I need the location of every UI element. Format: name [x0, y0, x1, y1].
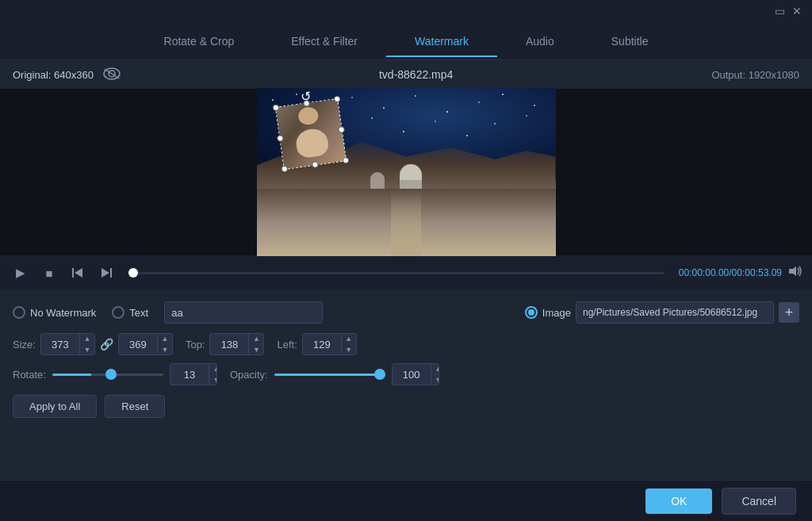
- size-height-spinner[interactable]: ▲ ▼: [118, 333, 173, 355]
- text-watermark-option[interactable]: Text: [112, 306, 148, 319]
- playback-bar: ▶ ■ 00:00:00.00/00:00:53.09: [0, 255, 812, 290]
- size-height-up[interactable]: ▲: [158, 333, 172, 344]
- no-watermark-radio[interactable]: [13, 306, 25, 319]
- add-image-button[interactable]: +: [779, 302, 799, 323]
- ok-button[interactable]: OK: [645, 488, 712, 514]
- tab-subtitle[interactable]: Subtitle: [583, 25, 677, 57]
- link-dimensions-icon[interactable]: 🔗: [100, 338, 113, 351]
- size-width-buttons: ▲ ▼: [79, 333, 94, 355]
- size-height-buttons: ▲ ▼: [157, 333, 172, 355]
- svg-rect-23: [72, 268, 74, 278]
- tab-audio[interactable]: Audio: [497, 25, 583, 57]
- svg-point-17: [435, 121, 436, 122]
- left-down[interactable]: ▼: [342, 344, 356, 355]
- size-height-down[interactable]: ▼: [158, 344, 172, 355]
- size-width-spinner[interactable]: ▲ ▼: [40, 333, 95, 355]
- next-button[interactable]: [95, 262, 117, 284]
- svg-point-18: [466, 135, 468, 136]
- tab-effect-filter[interactable]: Effect & Filter: [262, 25, 386, 57]
- eye-icon[interactable]: [103, 67, 121, 82]
- svg-point-15: [371, 117, 373, 119]
- cancel-button[interactable]: Cancel: [722, 488, 796, 515]
- svg-point-19: [494, 123, 496, 125]
- watermark-overlay[interactable]: ↺: [274, 98, 346, 170]
- size-label: Size:: [13, 339, 36, 351]
- text-watermark-input[interactable]: [164, 301, 323, 324]
- svg-point-12: [534, 105, 535, 106]
- left-value[interactable]: [303, 339, 341, 351]
- filename: tvd-88622.mp4: [379, 68, 453, 81]
- svg-point-10: [478, 102, 480, 103]
- svg-point-8: [415, 95, 416, 97]
- rotate-opacity-row: Rotate: ▲ ▼ Opacity: ▲ ▼: [13, 363, 799, 385]
- svg-point-11: [502, 94, 504, 95]
- left-up[interactable]: ▲: [342, 333, 356, 344]
- top-spinner[interactable]: ▲ ▼: [209, 333, 264, 355]
- rotate-label: Rotate:: [13, 369, 46, 381]
- opacity-label: Opacity:: [230, 369, 268, 381]
- opacity-down[interactable]: ▼: [431, 374, 439, 385]
- progress-bar[interactable]: [128, 272, 665, 274]
- top-group: Top: ▲ ▼: [186, 333, 265, 355]
- svg-marker-27: [789, 266, 796, 276]
- prev-button[interactable]: [67, 262, 89, 284]
- top-label: Top:: [186, 339, 205, 351]
- left-group: Left: ▲ ▼: [277, 333, 356, 355]
- apply-to-all-button[interactable]: Apply to All: [13, 395, 97, 418]
- size-width-value[interactable]: [41, 339, 79, 351]
- left-spinner[interactable]: ▲ ▼: [302, 333, 357, 355]
- svg-point-16: [403, 131, 404, 132]
- tab-watermark[interactable]: Watermark: [386, 25, 497, 57]
- opacity-slider[interactable]: [274, 374, 385, 376]
- no-watermark-label: No Watermark: [30, 307, 96, 319]
- close-button[interactable]: ✕: [788, 2, 806, 20]
- volume-icon[interactable]: [788, 266, 802, 280]
- rotate-slider[interactable]: [52, 374, 163, 376]
- svg-rect-25: [110, 268, 112, 278]
- size-position-row: Size: ▲ ▼ 🔗 ▲ ▼ Top:: [13, 333, 799, 355]
- video-preview-area: ↺: [0, 89, 812, 255]
- playback-time: 00:00:00.00/00:00:53.09: [679, 267, 782, 278]
- rotate-down[interactable]: ▼: [209, 374, 217, 385]
- image-path-input[interactable]: [576, 301, 774, 324]
- stop-button[interactable]: ■: [38, 262, 60, 284]
- play-button[interactable]: ▶: [10, 262, 32, 284]
- output-resolution: Output: 1920x1080: [711, 69, 799, 81]
- opacity-group: Opacity: ▲ ▼: [230, 363, 439, 385]
- road-center: [391, 189, 421, 256]
- size-height-value[interactable]: [119, 339, 157, 351]
- title-bar: ▭ ✕: [0, 0, 812, 22]
- svg-point-7: [383, 107, 385, 109]
- left-label: Left:: [277, 339, 297, 351]
- rotate-value[interactable]: [170, 369, 209, 381]
- opacity-buttons: ▲ ▼: [431, 363, 439, 385]
- original-resolution: Original: 640x360: [13, 69, 94, 81]
- text-watermark-radio[interactable]: [112, 306, 124, 319]
- svg-point-6: [351, 97, 353, 98]
- top-up[interactable]: ▲: [249, 333, 263, 344]
- image-watermark-radio[interactable]: [525, 306, 538, 319]
- left-buttons: ▲ ▼: [341, 333, 356, 355]
- rotate-up[interactable]: ▲: [209, 363, 217, 374]
- size-width-up[interactable]: ▲: [80, 333, 94, 344]
- svg-marker-24: [75, 268, 82, 278]
- text-watermark-label: Text: [129, 307, 148, 319]
- bottom-bar: OK Cancel: [0, 480, 812, 521]
- restore-button[interactable]: ▭: [771, 2, 788, 20]
- opacity-value[interactable]: [393, 369, 431, 381]
- top-down[interactable]: ▼: [249, 344, 263, 355]
- top-value[interactable]: [210, 339, 248, 351]
- info-bar: Original: 640x360 tvd-88622.mp4 Output: …: [0, 60, 812, 89]
- rotate-group: Rotate: ▲ ▼: [13, 363, 217, 385]
- no-watermark-option[interactable]: No Watermark: [13, 306, 96, 319]
- svg-point-3: [272, 99, 274, 101]
- size-width-down[interactable]: ▼: [80, 344, 94, 355]
- image-watermark-option[interactable]: Image: [525, 306, 571, 319]
- reset-button[interactable]: Reset: [105, 395, 165, 418]
- opacity-spinner[interactable]: ▲ ▼: [392, 363, 439, 385]
- opacity-up[interactable]: ▲: [431, 363, 439, 374]
- rotate-spinner[interactable]: ▲ ▼: [170, 363, 217, 385]
- tab-rotate-crop[interactable]: Rotate & Crop: [136, 25, 263, 57]
- progress-indicator: [128, 268, 138, 278]
- controls-panel: No Watermark Text Image + Size: ▲ ▼: [0, 290, 812, 426]
